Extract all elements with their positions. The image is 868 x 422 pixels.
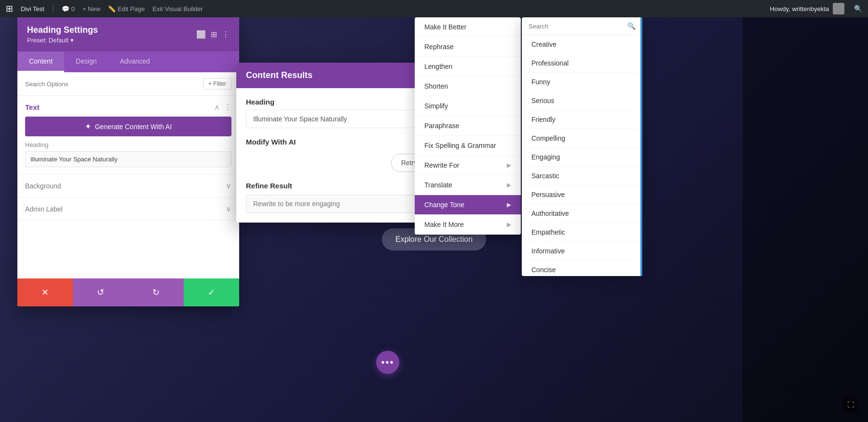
panel-grid-icon[interactable]: ⊞ xyxy=(211,30,217,39)
tone-list: CreativeProfessionalFunnySeriousFriendly… xyxy=(522,35,642,276)
panel-header-actions: ⬜ ⊞ ⋮ xyxy=(196,30,230,39)
separator: | xyxy=(52,4,54,13)
ai-menu-item-make-it-more[interactable]: Make It More ▶ xyxy=(415,215,521,235)
ai-menu-item-change-tone[interactable]: Change Tone ▶ xyxy=(415,195,521,215)
ai-menu-dropdown: Make It Better Rephrase Lengthen Shorten… xyxy=(415,17,521,235)
search-icon: 🔍 xyxy=(627,22,636,30)
expand-icon[interactable]: ⛶ xyxy=(843,397,858,412)
section-toggle[interactable]: ∧ ⋮ xyxy=(214,103,231,112)
generate-content-button[interactable]: ✦ Generate Content With AI xyxy=(25,117,231,136)
text-section-header: Text ∧ ⋮ xyxy=(25,103,231,112)
panel-title: Heading Settings xyxy=(27,25,98,35)
ai-menu-item-fix-spelling[interactable]: Fix Spelling & Grammar xyxy=(415,136,521,156)
cancel-icon: ✕ xyxy=(41,287,49,298)
undo-icon: ↺ xyxy=(97,287,104,298)
confirm-button[interactable]: ✓ xyxy=(184,278,239,306)
tone-item-informative[interactable]: Informative xyxy=(522,242,642,261)
panel-actions-bar: ✕ ↺ ↻ ✓ xyxy=(17,278,239,306)
howdy-text: Howdy, writtenbyekta xyxy=(770,5,829,13)
section-more-icon: ⋮ xyxy=(224,103,231,112)
ai-icon: ✦ xyxy=(85,122,91,131)
cancel-button[interactable]: ✕ xyxy=(17,278,73,306)
submenu-arrow-icon: ▶ xyxy=(507,182,511,188)
panel-maximize-icon[interactable]: ⬜ xyxy=(196,30,206,39)
tone-item-empathetic[interactable]: Empathetic xyxy=(522,223,642,242)
admin-label-section[interactable]: Admin Label ∨ xyxy=(17,198,239,221)
tab-advanced[interactable]: Advanced xyxy=(108,52,162,72)
background-section-title: Background xyxy=(25,182,61,190)
redo-icon: ↻ xyxy=(152,287,160,298)
tone-item-engaging[interactable]: Engaging xyxy=(522,148,642,167)
tone-item-sarcastic[interactable]: Sarcastic xyxy=(522,167,642,185)
ai-menu-item-rewrite-for[interactable]: Rewrite For ▶ xyxy=(415,156,521,175)
redo-button[interactable]: ↻ xyxy=(128,278,184,306)
background-section[interactable]: Background ∨ xyxy=(17,174,239,198)
ai-menu-item-make-it-better[interactable]: Make It Better xyxy=(415,17,521,37)
submenu-arrow-icon: ▶ xyxy=(507,162,511,169)
chevron-down-icon: ∨ xyxy=(226,204,231,213)
tone-item-serious[interactable]: Serious xyxy=(522,92,642,110)
tone-item-concise[interactable]: Concise xyxy=(522,261,642,276)
avatar xyxy=(833,3,844,14)
panel-header: Heading Settings Preset: Default ▾ ⬜ ⊞ ⋮ xyxy=(17,17,239,52)
panel-search-bar: + Filter xyxy=(17,72,239,96)
text-section: Text ∧ ⋮ ✦ Generate Content With AI Head… xyxy=(17,96,239,174)
wordpress-logo-icon: ⊞ xyxy=(6,3,13,14)
ai-menu-item-simplify[interactable]: Simplify xyxy=(415,96,521,116)
tone-item-compelling[interactable]: Compelling xyxy=(522,129,642,148)
tone-search-bar: 🔍 xyxy=(522,17,642,35)
panel-tabs: Content Design Advanced xyxy=(17,52,239,72)
ai-menu-item-paraphrase[interactable]: Paraphrase xyxy=(415,116,521,136)
comment-icon[interactable]: 💬 0 xyxy=(62,5,75,13)
heading-field-value[interactable]: Illuminate Your Space Naturally xyxy=(25,151,231,167)
panel-more-icon[interactable]: ⋮ xyxy=(222,30,230,39)
search-icon[interactable]: 🔍 xyxy=(854,5,862,13)
ai-menu-item-rephrase[interactable]: Rephrase xyxy=(415,37,521,57)
confirm-icon: ✓ xyxy=(208,287,215,298)
ai-menu-item-lengthen[interactable]: Lengthen xyxy=(415,57,521,77)
tone-search-input[interactable] xyxy=(529,23,624,30)
tab-design[interactable]: Design xyxy=(64,52,108,72)
tone-item-professional[interactable]: Professional xyxy=(522,54,642,73)
exit-visual-builder-button[interactable]: Exit Visual Builder xyxy=(152,5,203,13)
ai-menu-item-translate[interactable]: Translate ▶ xyxy=(415,175,521,195)
tone-item-authoritative[interactable]: Authoritative xyxy=(522,204,642,223)
tone-submenu: 🔍 CreativeProfessionalFunnySeriousFriend… xyxy=(522,17,642,276)
undo-button[interactable]: ↺ xyxy=(73,278,128,306)
edit-page-button[interactable]: ✏️ Edit Page xyxy=(108,5,145,13)
section-collapse-icon: ∧ xyxy=(214,103,220,112)
search-options-input[interactable] xyxy=(25,80,199,88)
admin-label-section-title: Admin Label xyxy=(25,205,63,213)
text-section-title: Text xyxy=(25,103,40,111)
tone-item-funny[interactable]: Funny xyxy=(522,73,642,92)
floating-dots-button[interactable]: ••• xyxy=(376,351,399,374)
panel-preset[interactable]: Preset: Default ▾ xyxy=(27,37,98,44)
heading-settings-panel: Heading Settings Preset: Default ▾ ⬜ ⊞ ⋮… xyxy=(17,17,239,306)
submenu-arrow-icon: ▶ xyxy=(507,201,511,208)
chevron-down-icon: ∨ xyxy=(226,181,231,190)
submenu-arrow-icon: ▶ xyxy=(507,221,511,228)
new-button[interactable]: + New xyxy=(82,5,100,13)
heading-field-label: Heading xyxy=(25,141,231,148)
user-menu[interactable]: Howdy, writtenbyekta 🔍 xyxy=(770,3,862,14)
admin-bar: ⊞ Divi Test | 💬 0 + New ✏️ Edit Page Exi… xyxy=(0,0,868,17)
site-name[interactable]: Divi Test xyxy=(21,5,44,13)
filter-button[interactable]: + Filter xyxy=(203,78,231,90)
tone-item-friendly[interactable]: Friendly xyxy=(522,110,642,129)
ai-menu-item-shorten[interactable]: Shorten xyxy=(415,77,521,96)
tone-item-creative[interactable]: Creative xyxy=(522,35,642,54)
right-panel xyxy=(743,17,868,422)
tone-item-persuasive[interactable]: Persuasive xyxy=(522,185,642,204)
tab-content[interactable]: Content xyxy=(17,52,64,72)
